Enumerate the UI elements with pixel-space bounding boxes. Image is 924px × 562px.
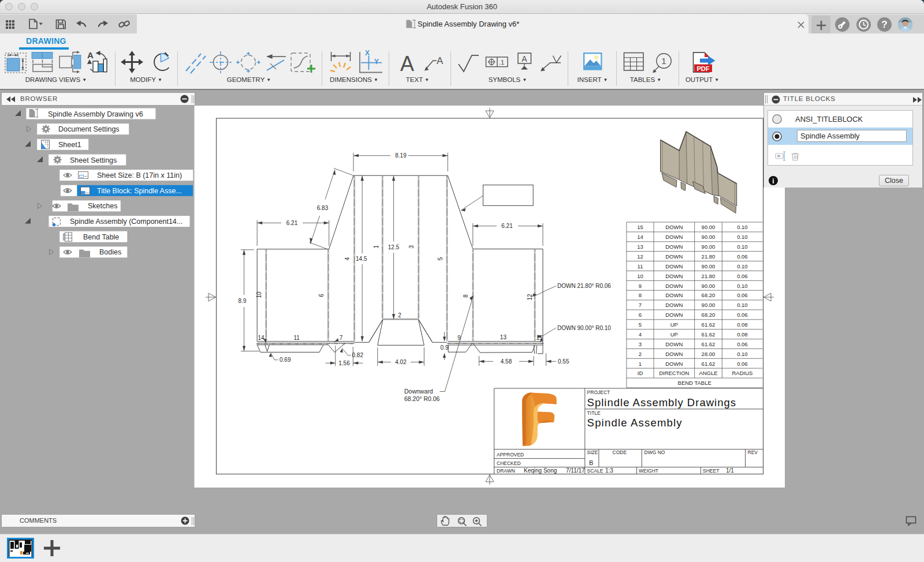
svg-text:Downward: Downward [404, 388, 433, 395]
svg-text:CHECKED: CHECKED [497, 460, 521, 466]
svg-text:90.00: 90.00 [702, 224, 716, 230]
svg-text:SHEET: SHEET [703, 468, 719, 474]
svg-text:Splindle Assembly Drawings: Splindle Assembly Drawings [587, 396, 736, 409]
svg-text:0.06: 0.06 [737, 341, 748, 347]
svg-text:DOWN: DOWN [665, 361, 683, 367]
svg-text:1/1: 1/1 [726, 467, 734, 474]
svg-text:REV: REV [748, 449, 758, 455]
svg-text:0.10: 0.10 [737, 234, 748, 240]
svg-text:DOWN 90.00° R0.10: DOWN 90.00° R0.10 [557, 325, 611, 331]
svg-text:APPROVED: APPROVED [497, 452, 524, 458]
svg-text:DIRECTION: DIRECTION [659, 370, 689, 376]
svg-text:Sheet1: Sheet1 [58, 141, 81, 149]
svg-text:61.62: 61.62 [702, 321, 716, 328]
svg-text:5: 5 [639, 321, 642, 328]
svg-text:6.21: 6.21 [501, 223, 513, 229]
svg-text:0.69: 0.69 [280, 357, 291, 363]
svg-text:Sheet Size: B (17in x 11in): Sheet Size: B (17in x 11in) [97, 171, 182, 179]
svg-text:90.00: 90.00 [702, 263, 716, 269]
svg-text:DOWN: DOWN [665, 292, 683, 298]
svg-text:Sketches: Sketches [88, 202, 117, 210]
svg-text:61.62: 61.62 [702, 331, 716, 338]
svg-text:DOWN: DOWN [665, 283, 683, 289]
svg-text:0.06: 0.06 [737, 292, 748, 298]
svg-text:DOWN: DOWN [665, 243, 683, 250]
svg-text:ID: ID [638, 370, 643, 376]
svg-text:BEND TABLE: BEND TABLE [678, 380, 711, 386]
svg-text:Spindle Assembly (Component14.: Spindle Assembly (Component14... [70, 218, 182, 226]
svg-text:4: 4 [344, 257, 351, 260]
svg-text:1:3: 1:3 [605, 467, 613, 474]
svg-text:DOWN: DOWN [665, 234, 683, 240]
svg-text:8.9: 8.9 [239, 298, 247, 304]
svg-text:90.00: 90.00 [702, 302, 716, 308]
svg-text:12: 12 [527, 294, 533, 301]
svg-text:WEIGHT: WEIGHT [639, 468, 658, 474]
svg-text:PROJECT: PROJECT [587, 389, 610, 395]
svg-text:X: X [365, 50, 370, 57]
svg-text:90.00: 90.00 [702, 234, 716, 240]
svg-text:Bodies: Bodies [99, 248, 121, 256]
svg-text:10: 10 [256, 291, 262, 298]
svg-text:TITLE: TITLE [587, 410, 601, 416]
svg-text:6: 6 [639, 312, 642, 318]
svg-text:5: 5 [437, 257, 444, 260]
svg-text:10: 10 [637, 273, 643, 279]
svg-text:3: 3 [639, 341, 642, 347]
svg-text:0.9: 0.9 [441, 344, 449, 351]
svg-text:0.08: 0.08 [737, 331, 748, 338]
svg-text:DOWN 21.80° R0.06: DOWN 21.80° R0.06 [557, 283, 611, 289]
svg-text:8.19: 8.19 [395, 152, 407, 159]
svg-text:15: 15 [637, 224, 643, 230]
svg-text:PDF: PDF [697, 65, 710, 72]
svg-text:4: 4 [639, 331, 642, 338]
svg-text:9: 9 [457, 335, 461, 341]
svg-text:2: 2 [398, 312, 401, 319]
svg-text:68.20: 68.20 [702, 312, 716, 318]
svg-text:B: B [589, 459, 593, 466]
svg-text:14: 14 [637, 234, 643, 240]
svg-text:21.80: 21.80 [702, 273, 716, 279]
svg-text:15: 15 [536, 335, 543, 341]
svg-text:1: 1 [661, 56, 666, 66]
svg-text:13: 13 [500, 334, 507, 340]
svg-text:68.20: 68.20 [702, 292, 716, 298]
svg-text:21.80: 21.80 [702, 253, 716, 260]
svg-text:Title Block: Spindle Asse...: Title Block: Spindle Asse... [97, 187, 182, 195]
svg-text:90.00: 90.00 [702, 243, 716, 250]
svg-text:4.02: 4.02 [395, 359, 407, 365]
svg-text:4.58: 4.58 [501, 358, 512, 365]
svg-text:2: 2 [639, 351, 642, 357]
svg-text:0.10: 0.10 [737, 351, 748, 357]
svg-text:6: 6 [318, 294, 325, 297]
svg-text:0.06: 0.06 [737, 273, 748, 279]
svg-text:0.06: 0.06 [737, 253, 748, 260]
svg-text:68.20° R0.06: 68.20° R0.06 [404, 395, 440, 402]
svg-text:.1: .1 [499, 59, 504, 66]
svg-text:UP: UP [670, 321, 678, 328]
svg-text:SCALE: SCALE [587, 468, 603, 474]
svg-text:90.00: 90.00 [702, 283, 716, 289]
svg-text:0.10: 0.10 [737, 283, 748, 289]
svg-text:A: A [521, 54, 527, 63]
svg-text:8: 8 [639, 292, 642, 298]
svg-text:DWG NO: DWG NO [644, 449, 665, 455]
svg-text:12: 12 [637, 253, 643, 260]
svg-text:DOWN: DOWN [665, 341, 683, 347]
svg-text:DOWN: DOWN [665, 312, 683, 318]
svg-text:0.10: 0.10 [737, 224, 748, 230]
svg-text:0.08: 0.08 [737, 321, 748, 328]
svg-text:13: 13 [637, 243, 643, 250]
svg-text:0.10: 0.10 [737, 263, 748, 269]
svg-text:Keqing Song: Keqing Song [524, 467, 557, 474]
svg-text:1.56: 1.56 [338, 360, 350, 366]
svg-text:1: 1 [639, 361, 642, 367]
svg-text:7/11/17: 7/11/17 [566, 467, 585, 474]
svg-text:DOWN: DOWN [665, 351, 683, 357]
svg-text:11: 11 [293, 335, 300, 341]
svg-text:14: 14 [258, 335, 264, 341]
svg-text:3: 3 [408, 245, 415, 249]
svg-text:SIZE: SIZE [587, 449, 598, 455]
svg-text:Spindle Assembly: Spindle Assembly [587, 417, 683, 429]
svg-text:0.82: 0.82 [352, 352, 364, 358]
